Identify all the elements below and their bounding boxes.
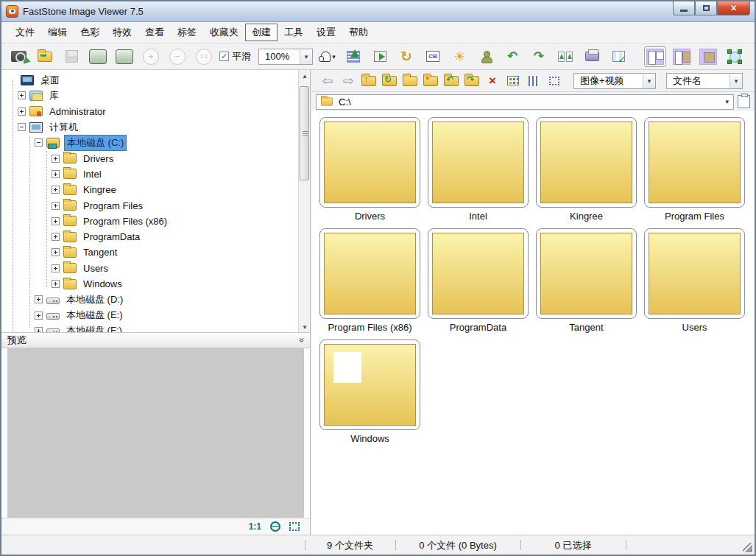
- expand-icon[interactable]: [52, 280, 60, 288]
- expand-icon[interactable]: [35, 295, 43, 303]
- tree-item-local-disk-d[interactable]: 本地磁盘 (D:): [1, 292, 298, 307]
- tree-item-local-disk-e[interactable]: 本地磁盘 (E:): [1, 307, 298, 323]
- resize-grip[interactable]: [743, 543, 752, 552]
- select-button[interactable]: [544, 72, 565, 90]
- resize-button[interactable]: [342, 46, 364, 67]
- tree-item-kingree[interactable]: Kingree: [1, 182, 298, 197]
- menu-create[interactable]: 创建: [245, 24, 278, 41]
- expand-icon[interactable]: [18, 108, 26, 116]
- scroll-down-icon[interactable]: ▼: [299, 321, 310, 333]
- folder-thumbnail-tangent[interactable]: Tangent: [536, 228, 644, 333]
- tree-item-administrator[interactable]: Administrator: [1, 104, 298, 119]
- adjust-lighting-button[interactable]: ☀: [448, 46, 470, 67]
- tree-item-drivers[interactable]: Drivers: [1, 150, 298, 166]
- back-button[interactable]: ⇦: [317, 72, 338, 90]
- expand-icon[interactable]: [52, 248, 60, 256]
- expand-icon[interactable]: [52, 217, 60, 225]
- save-button[interactable]: [60, 46, 82, 67]
- open-folder-button[interactable]: ➥: [34, 46, 56, 67]
- smooth-checkbox[interactable]: ✓: [219, 52, 229, 61]
- expand-icon[interactable]: [18, 91, 26, 99]
- move-to-folder-button[interactable]: ↷: [462, 72, 482, 90]
- browser-layout-button[interactable]: [644, 46, 666, 67]
- tree-scrollbar[interactable]: ▲ ▼: [298, 70, 310, 333]
- menu-favorites[interactable]: 收藏夹: [203, 24, 245, 41]
- chevron-down-icon[interactable]: ▾: [729, 74, 742, 88]
- menu-view[interactable]: 查看: [138, 24, 171, 41]
- new-folder-button[interactable]: [400, 72, 420, 90]
- batch-convert-button[interactable]: [607, 46, 629, 67]
- viewer-layout-button[interactable]: [671, 46, 693, 67]
- tree-item-local-disk-c[interactable]: 本地磁盘 (C:): [1, 135, 298, 150]
- selection-rect-icon[interactable]: [289, 522, 300, 531]
- clone-button[interactable]: CB: [422, 46, 444, 67]
- maximize-button[interactable]: [695, 1, 717, 15]
- menu-edit[interactable]: 编辑: [41, 24, 74, 41]
- delete-button[interactable]: ×: [482, 72, 503, 90]
- collapse-icon[interactable]: [35, 138, 43, 147]
- folder-thumbnail-program-files-x86[interactable]: Program Files (x86): [319, 228, 428, 333]
- menu-tag[interactable]: 标签: [171, 24, 203, 41]
- tree-item-computer[interactable]: 计算机: [1, 119, 298, 135]
- copy-to-folder-button[interactable]: ↶: [441, 72, 462, 90]
- tree-item-windows[interactable]: Windows: [1, 276, 298, 292]
- actual-size-button[interactable]: 1:1: [193, 46, 215, 67]
- compare-button[interactable]: [554, 46, 576, 67]
- expand-icon[interactable]: [52, 186, 60, 194]
- sort-button[interactable]: [523, 72, 544, 90]
- folder-thumbnail-intel[interactable]: Intel: [428, 117, 536, 222]
- expand-icon[interactable]: [52, 155, 60, 163]
- sort-by-combo[interactable]: 文件名 ▾: [666, 73, 743, 89]
- preview-actual-size-button[interactable]: 1:1: [249, 521, 261, 532]
- minimize-button[interactable]: [673, 1, 695, 15]
- crop-button[interactable]: [369, 46, 391, 67]
- folder-thumbnail-program-files[interactable]: Program Files: [644, 117, 752, 222]
- menu-help[interactable]: 帮助: [342, 24, 375, 41]
- collapse-icon[interactable]: [18, 123, 26, 131]
- tree-item-desktop[interactable]: 桌面: [1, 72, 298, 88]
- favorites-folder-button[interactable]: ●: [420, 72, 441, 90]
- refresh-folder-button[interactable]: ↻: [379, 72, 400, 90]
- tree-item-program-files-x86[interactable]: Program Files (x86): [1, 214, 298, 229]
- chevron-down-icon[interactable]: ▾: [300, 49, 312, 64]
- tree-item-users[interactable]: Users: [1, 261, 298, 276]
- scrollbar-thumb[interactable]: [300, 86, 309, 180]
- rotate-button[interactable]: ↻: [395, 46, 417, 67]
- next-image-button[interactable]: →: [113, 46, 135, 67]
- tree-item-program-files[interactable]: Program Files: [1, 197, 298, 213]
- tree-item-programdata[interactable]: ProgramData: [1, 229, 298, 244]
- thumbnail-view-button[interactable]: [503, 72, 523, 90]
- expand-icon[interactable]: [52, 233, 60, 241]
- folder-thumbnail-users[interactable]: Users: [644, 228, 752, 333]
- scroll-up-icon[interactable]: ▲: [299, 70, 310, 82]
- previous-image-button[interactable]: ←: [87, 46, 109, 67]
- acquire-button[interactable]: [7, 46, 29, 67]
- menu-file[interactable]: 文件: [9, 24, 41, 41]
- zoom-combo[interactable]: 100% ▾: [258, 49, 313, 65]
- folder-thumbnail-windows[interactable]: Windows: [319, 339, 428, 444]
- expand-icon[interactable]: [52, 202, 60, 210]
- menu-colors[interactable]: 色彩: [74, 24, 106, 41]
- menu-tools[interactable]: 工具: [278, 24, 310, 41]
- title-bar[interactable]: FastStone Image Viewer 7.5 ×: [1, 1, 755, 22]
- rotate-left-button[interactable]: ↶: [501, 46, 523, 67]
- close-button[interactable]: ×: [717, 1, 750, 15]
- chevron-down-icon[interactable]: ▾: [721, 98, 733, 105]
- zoom-out-button[interactable]: −: [166, 46, 188, 67]
- file-filter-combo[interactable]: 图像+视频 ▾: [573, 73, 656, 89]
- expand-icon[interactable]: [52, 264, 60, 272]
- address-combo[interactable]: C:\ ▾: [316, 94, 734, 110]
- red-eye-button[interactable]: [475, 46, 497, 67]
- tree-item-tangent[interactable]: Tangent: [1, 244, 298, 260]
- folder-up-button[interactable]: ↑: [358, 72, 379, 90]
- clipboard-icon[interactable]: [738, 95, 750, 108]
- folder-thumbnail-drivers[interactable]: Drivers: [319, 117, 428, 222]
- forward-button[interactable]: ⇨: [338, 72, 358, 90]
- tree-item-intel[interactable]: Intel: [1, 166, 298, 182]
- preview-header[interactable]: 预览 «: [1, 333, 310, 348]
- print-button[interactable]: [581, 46, 603, 67]
- menu-settings[interactable]: 设置: [310, 24, 342, 41]
- rotate-right-button[interactable]: ↷: [528, 46, 550, 67]
- fullscreen-button[interactable]: [724, 46, 746, 67]
- folder-thumbnail-programdata[interactable]: ProgramData: [428, 228, 536, 333]
